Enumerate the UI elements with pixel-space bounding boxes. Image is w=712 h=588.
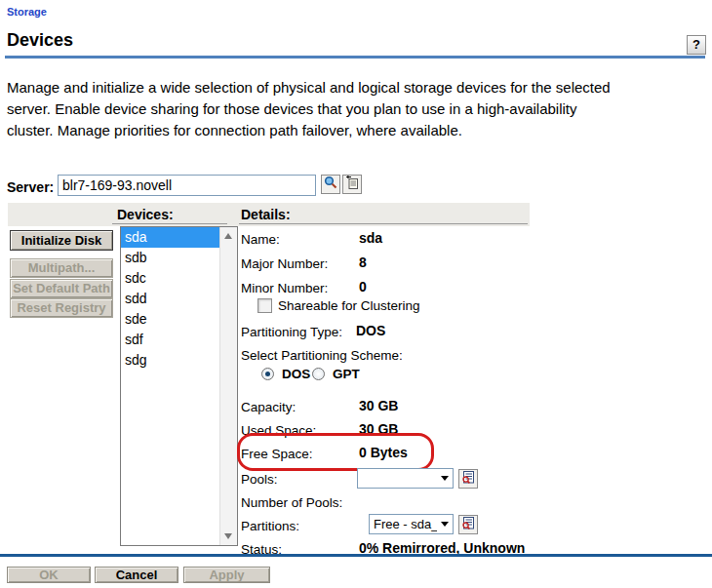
dropdown-arrow-icon [441, 476, 449, 481]
breadcrumb-storage-link[interactable]: Storage [7, 6, 47, 18]
list-item[interactable]: sdg [121, 350, 220, 371]
help-button[interactable]: ? [687, 35, 706, 55]
footer-divider [0, 554, 712, 557]
scheme-label: Select Partitioning Scheme: [241, 348, 403, 363]
partitioning-type-label: Partitioning Type: [241, 325, 342, 339]
list-item[interactable]: sdb [121, 248, 220, 268]
partitions-dropdown-value: Free - sda_fr [370, 517, 437, 531]
partitions-label: Partitions: [241, 519, 299, 533]
free-space-annotation-circle [237, 433, 434, 471]
scroll-down-icon[interactable] [224, 533, 232, 539]
list-scrollbar[interactable] [219, 227, 237, 545]
page-title: Devices [7, 30, 73, 51]
initialize-disk-button[interactable]: Initialize Disk [10, 230, 113, 251]
storage-devices-page: Storage Devices ? Manage and initialize … [0, 0, 712, 588]
reset-registry-button[interactable]: Reset Registry [10, 298, 113, 318]
dropdown-arrow-icon [441, 522, 449, 527]
pools-dropdown[interactable] [357, 468, 454, 489]
set-default-path-button[interactable]: Set Default Path [10, 279, 113, 298]
devices-column-header: Devices: [117, 207, 174, 222]
object-selector-button[interactable] [321, 175, 340, 194]
pools-label: Pools: [241, 472, 278, 487]
server-input[interactable] [58, 175, 316, 196]
history-doc-icon [345, 176, 359, 193]
list-item[interactable]: sdc [121, 268, 220, 289]
list-item[interactable]: sdf [121, 330, 220, 350]
multipath-button[interactable]: Multipath... [10, 258, 113, 278]
device-list: sda sdb sdc sdd sde sdf sdg [121, 227, 220, 545]
gpt-radio[interactable] [312, 368, 325, 380]
number-of-pools-label: Number of Pools: [241, 495, 342, 510]
capacity-value: 30 GB [359, 398, 398, 413]
dos-radio-label: DOS [282, 367, 310, 381]
shareable-checkbox[interactable] [257, 298, 272, 313]
magnifier-icon [324, 176, 337, 193]
dos-radio[interactable] [261, 368, 274, 380]
title-divider [5, 56, 705, 59]
list-item[interactable]: sde [121, 309, 220, 330]
ok-button[interactable]: OK [7, 567, 91, 583]
capacity-label: Capacity: [241, 400, 296, 414]
minor-number-label: Minor Number: [241, 281, 328, 295]
browse-list-icon [461, 470, 475, 488]
apply-button[interactable]: Apply [183, 567, 270, 583]
scroll-up-icon[interactable] [224, 233, 232, 239]
browse-list-icon [461, 516, 475, 533]
page-description: Manage and initialize a wide selection o… [7, 77, 623, 141]
name-label: Name: [241, 232, 280, 247]
major-number-label: Major Number: [241, 256, 328, 271]
server-label: Server: [7, 179, 54, 195]
gpt-radio-label: GPT [333, 367, 360, 381]
device-listbox: sda sdb sdc sdd sde sdf sdg [120, 226, 238, 546]
details-column-header: Details: [241, 207, 291, 222]
pools-browse-button[interactable] [458, 469, 478, 489]
devices-header-underline [112, 223, 227, 224]
list-item[interactable]: sdd [121, 289, 220, 309]
partitions-dropdown[interactable]: Free - sda_fr [369, 514, 454, 534]
name-value: sda [359, 230, 382, 246]
cancel-button[interactable]: Cancel [95, 567, 178, 583]
details-header-underline [239, 223, 528, 224]
major-number-value: 8 [359, 255, 367, 270]
object-history-button[interactable] [342, 175, 362, 194]
list-item[interactable]: sda [121, 227, 220, 248]
minor-number-value: 0 [359, 279, 367, 294]
shareable-label: Shareable for Clustering [278, 298, 420, 313]
partitioning-type-value: DOS [356, 323, 385, 338]
partitions-browse-button[interactable] [458, 515, 478, 534]
